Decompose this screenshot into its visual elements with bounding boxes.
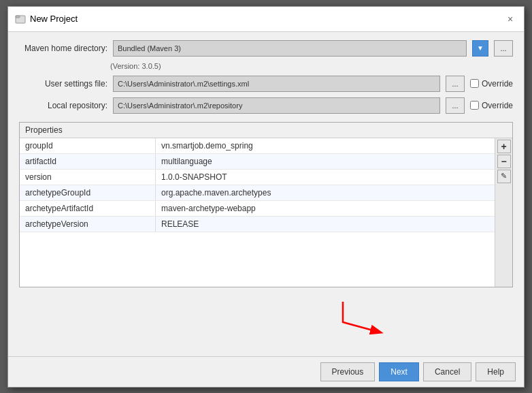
maven-dropdown-button[interactable]: ▼: [472, 40, 488, 57]
user-settings-override-label: Override: [482, 79, 513, 89]
browse-label: ...: [500, 44, 506, 52]
table-row: archetypeArtifactId maven-archetype-weba…: [20, 201, 495, 217]
user-settings-input[interactable]: [113, 76, 440, 92]
title-bar: New Project ×: [8, 7, 524, 32]
table-row: groupId vn.smartjob.demo_spring: [20, 138, 495, 154]
prop-key: archetypeGroupId: [20, 185, 156, 200]
dialog-title: New Project: [30, 14, 78, 24]
edit-property-button[interactable]: ✎: [497, 170, 511, 183]
red-arrow: [336, 298, 390, 341]
dropdown-arrow-icon: ▼: [477, 44, 484, 52]
maven-version-text: (Version: 3.0.5): [110, 62, 513, 70]
prop-value: multilanguage: [156, 154, 495, 169]
properties-table: groupId vn.smartjob.demo_spring artifact…: [20, 138, 512, 287]
help-button[interactable]: Help: [476, 362, 516, 381]
prop-key: archetypeArtifactId: [20, 201, 156, 216]
new-project-dialog: New Project × Maven home directory: ▼ ..…: [7, 6, 525, 388]
prop-key: artifactId: [20, 154, 156, 169]
prop-key: groupId: [20, 138, 156, 153]
close-button[interactable]: ×: [503, 12, 517, 26]
local-repo-input[interactable]: [113, 97, 440, 114]
svg-rect-1: [16, 16, 20, 18]
user-settings-browse-button[interactable]: ...: [446, 76, 465, 92]
browse-label-2: ...: [452, 80, 458, 88]
user-settings-label: User settings file:: [19, 79, 107, 89]
next-button[interactable]: Next: [379, 362, 419, 381]
properties-list: groupId vn.smartjob.demo_spring artifact…: [20, 138, 495, 287]
maven-home-input[interactable]: [113, 40, 467, 57]
maven-browse-button[interactable]: ...: [494, 40, 513, 57]
dialog-body: Maven home directory: ▼ ... (Version: 3.…: [8, 32, 524, 356]
prop-key: version: [20, 170, 156, 185]
local-repo-browse-button[interactable]: ...: [446, 97, 465, 114]
maven-home-row: Maven home directory: ▼ ...: [19, 40, 513, 57]
add-property-button[interactable]: +: [497, 140, 511, 153]
user-settings-row: User settings file: ... Override: [19, 76, 513, 92]
table-row: archetypeVersion RELEASE: [20, 217, 495, 232]
prop-value: org.apache.maven.archetypes: [156, 185, 495, 200]
user-settings-override-checkbox[interactable]: [470, 79, 479, 88]
local-repo-override-checkbox[interactable]: [470, 101, 479, 110]
local-repo-override-row: Override: [470, 101, 513, 110]
local-repo-row: Local repository: ... Override: [19, 97, 513, 114]
remove-property-button[interactable]: −: [497, 155, 511, 168]
table-row: archetypeGroupId org.apache.maven.archet…: [20, 185, 495, 201]
table-row: artifactId multilanguage: [20, 154, 495, 170]
table-row: version 1.0.0-SNAPSHOT: [20, 170, 495, 185]
properties-section: Properties groupId vn.smartjob.demo_spri…: [19, 122, 513, 288]
prop-value: maven-archetype-webapp: [156, 201, 495, 216]
prop-value: 1.0.0-SNAPSHOT: [156, 170, 495, 185]
maven-home-label: Maven home directory:: [19, 44, 107, 53]
dialog-footer: Previous Next Cancel Help: [8, 356, 524, 387]
project-icon: [15, 14, 26, 25]
prop-key: archetypeVersion: [20, 217, 156, 232]
title-left: New Project: [15, 14, 78, 25]
properties-header: Properties: [20, 123, 512, 138]
prop-value: RELEASE: [156, 217, 495, 232]
cancel-button[interactable]: Cancel: [423, 362, 471, 381]
previous-button[interactable]: Previous: [320, 362, 376, 381]
browse-label-3: ...: [452, 101, 458, 110]
local-repo-label: Local repository:: [19, 101, 107, 110]
prop-value: vn.smartjob.demo_spring: [156, 138, 495, 153]
properties-sidebar: + − ✎: [495, 138, 512, 287]
arrow-area: [19, 293, 513, 348]
user-settings-override-row: Override: [470, 79, 513, 89]
local-repo-override-label: Override: [482, 101, 513, 110]
